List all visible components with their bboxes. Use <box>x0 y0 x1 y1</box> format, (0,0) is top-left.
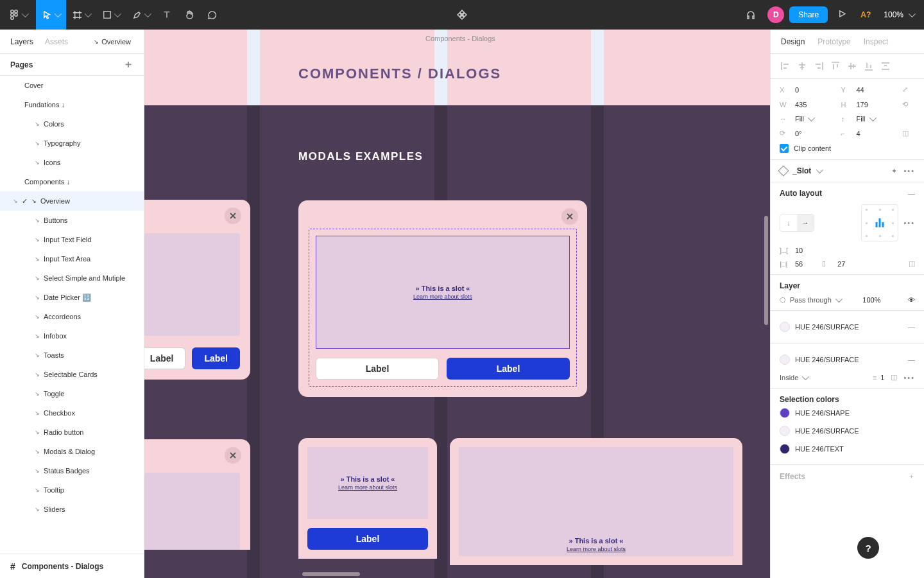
stroke-more-icon[interactable]: ••• <box>903 374 915 381</box>
color-swatch[interactable] <box>780 444 790 454</box>
visibility-icon[interactable]: 👁 <box>908 296 915 304</box>
selection-color-row[interactable]: HUE 246/TEXT <box>780 440 915 458</box>
opacity-value[interactable]: 100% <box>862 296 880 304</box>
slot-box[interactable]: This is a slot Learn more about slots <box>459 447 733 556</box>
modal-example-small[interactable]: This is a slot Learn more about slots La… <box>298 438 437 559</box>
audio-button[interactable] <box>739 0 762 30</box>
page-item-checkbox[interactable]: Checkbox <box>0 403 144 423</box>
page-item-cover[interactable]: Cover <box>0 76 144 95</box>
page-item-infobox[interactable]: Infobox <box>0 326 144 346</box>
slot-box[interactable]: This is a slot Learn more about slots <box>316 236 570 349</box>
help-button[interactable]: ? <box>857 537 879 559</box>
shape-tool-button[interactable] <box>96 0 126 30</box>
add-effect-icon[interactable]: ＋ <box>908 471 915 481</box>
alignment-box[interactable] <box>861 204 898 241</box>
slot-box[interactable]: This is a slot Learn more about slots <box>307 447 428 519</box>
present-button[interactable] <box>833 9 851 21</box>
zoom-control[interactable]: 100% <box>880 10 918 19</box>
rotation-value[interactable]: 0° <box>795 130 837 137</box>
primary-button[interactable]: Label <box>447 358 570 380</box>
secondary-button[interactable]: Label <box>316 358 439 380</box>
remove-fill-icon[interactable]: — <box>908 323 915 331</box>
page-item-icons[interactable]: Icons <box>0 153 144 172</box>
missing-fonts-badge[interactable]: A? <box>857 10 875 19</box>
component-insert-button[interactable] <box>450 0 474 30</box>
selected-slot-frame[interactable]: This is a slot Learn more about slots La… <box>309 229 577 387</box>
secondary-button[interactable]: Label <box>144 347 185 369</box>
canvas[interactable]: Components - Dialogs COMPONENTS / DIALOG… <box>144 30 770 578</box>
selection-color-row[interactable]: HUE 246/SURFACE <box>780 422 915 440</box>
pen-tool-button[interactable] <box>126 0 156 30</box>
page-item-date-picker[interactable]: Date Picker 🔢 <box>0 288 144 307</box>
y-value[interactable]: 44 <box>857 86 899 94</box>
tab-prototype[interactable]: Prototype <box>817 37 850 46</box>
color-swatch[interactable] <box>780 408 790 418</box>
auto-layout-more-icon[interactable]: ••• <box>903 219 915 227</box>
blend-mode-dropdown[interactable]: ◌ Pass through <box>780 295 841 304</box>
stroke-per-side-icon[interactable]: ◫ <box>891 373 897 381</box>
tab-inspect[interactable]: Inspect <box>864 37 889 46</box>
page-dropdown[interactable]: ↘ Overview <box>94 38 133 46</box>
selection-color-row[interactable]: HUE 246/SHAPE <box>780 404 915 422</box>
pages-tree[interactable]: Cover Fundations ↓ Colors Typography Ico… <box>0 76 144 554</box>
layer-selection-footer[interactable]: # Components - Dialogs <box>0 554 144 578</box>
comment-tool-button[interactable] <box>201 0 223 30</box>
close-button[interactable] <box>561 208 578 225</box>
align-top-icon[interactable] <box>830 60 841 72</box>
padding-v-value[interactable]: 27 <box>837 260 845 268</box>
v-resize-mode[interactable]: Fill <box>857 115 899 123</box>
align-bottom-icon[interactable] <box>863 60 875 72</box>
slot-learn-more-link[interactable]: Learn more about slots <box>413 293 472 300</box>
padding-h-value[interactable]: 56 <box>795 260 803 268</box>
share-button[interactable]: Share <box>789 6 828 23</box>
align-left-icon[interactable] <box>780 60 791 72</box>
align-to-pixel-icon[interactable]: ⤢ <box>902 85 915 94</box>
remove-auto-layout-icon[interactable]: — <box>908 189 915 197</box>
distribute-icon[interactable] <box>880 60 891 72</box>
page-item-tooltip[interactable]: Tooltip <box>0 480 144 500</box>
move-tool-button[interactable] <box>36 0 66 30</box>
slot-learn-more-link[interactable]: Learn more about slots <box>338 484 397 491</box>
h-value[interactable]: 179 <box>857 101 899 109</box>
color-swatch[interactable] <box>780 426 790 436</box>
page-item-sliders[interactable]: Sliders <box>0 500 144 519</box>
close-button[interactable] <box>225 447 241 464</box>
align-vcenter-icon[interactable] <box>846 60 858 72</box>
modal-partial-left[interactable]: Label Label <box>144 200 250 380</box>
modal-example-main[interactable]: This is a slot Learn more about slots La… <box>298 200 587 397</box>
independent-corners-icon[interactable]: ◫ <box>902 129 915 137</box>
page-item-badges[interactable]: Status Badges <box>0 461 144 480</box>
text-tool-button[interactable] <box>156 0 178 30</box>
canvas-horizontal-scrollbar[interactable] <box>302 572 360 576</box>
clip-content-row[interactable]: Clip content <box>780 144 915 153</box>
page-item-input-text-field[interactable]: Input Text Field <box>0 230 144 249</box>
x-value[interactable]: 0 <box>795 86 837 94</box>
primary-button[interactable]: Label <box>192 347 240 369</box>
align-hcenter-icon[interactable] <box>796 60 808 72</box>
canvas-vertical-scrollbar[interactable] <box>764 216 768 325</box>
page-item-foundations[interactable]: Fundations ↓ <box>0 95 144 114</box>
more-options-icon[interactable]: ••• <box>903 167 915 175</box>
tab-design[interactable]: Design <box>781 37 805 46</box>
artboard-title[interactable]: Components - Dialogs <box>425 35 495 42</box>
constrain-proportions-icon[interactable]: ⟲ <box>902 100 915 109</box>
page-item-overview[interactable]: ✓ ↘ Overview <box>0 191 144 211</box>
radius-value[interactable]: 4 <box>857 130 899 137</box>
remove-stroke-icon[interactable]: — <box>908 356 915 363</box>
user-avatar[interactable]: D <box>767 6 784 23</box>
stroke-swatch[interactable] <box>780 355 790 365</box>
page-item-accordions[interactable]: Accordeons <box>0 307 144 326</box>
direction-vertical[interactable]: ↓ <box>780 215 797 231</box>
hand-tool-button[interactable] <box>178 0 201 30</box>
modal-partial-left-2[interactable] <box>144 439 250 550</box>
tab-layers[interactable]: Layers <box>10 37 33 46</box>
close-button[interactable] <box>225 207 241 224</box>
page-item-modals[interactable]: Modals & Dialog <box>0 442 144 461</box>
h-resize-mode[interactable]: Fill <box>795 115 837 123</box>
stroke-position-dropdown[interactable]: Inside <box>780 374 807 381</box>
page-item-toasts[interactable]: Toasts <box>0 346 144 365</box>
component-name[interactable]: _Slot <box>792 166 811 175</box>
stroke-weight-value[interactable]: 1 <box>880 374 884 381</box>
frame-tool-button[interactable] <box>66 0 96 30</box>
w-value[interactable]: 435 <box>795 101 837 109</box>
